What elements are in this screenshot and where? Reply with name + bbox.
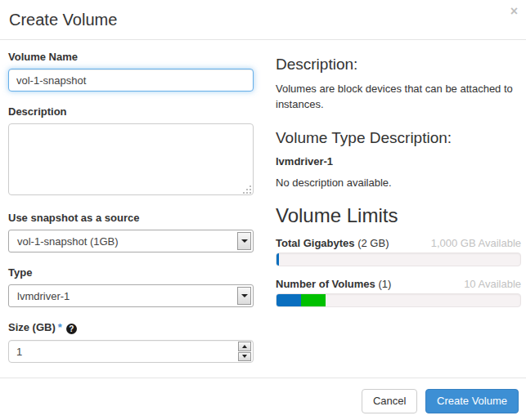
quota-detail: (1) [375, 278, 392, 290]
spinner-down-icon[interactable] [238, 352, 251, 362]
number-of-volumes-available: 10 Available [464, 278, 521, 290]
number-of-volumes-progress-bar [276, 293, 521, 307]
volume-name-label: Volume Name [8, 51, 254, 63]
quota-name: Total Gigabytes [276, 237, 355, 249]
total-gigabytes-available: 1,000 GB Available [431, 237, 521, 249]
type-selected-value: lvmdriver-1 [9, 290, 237, 302]
help-icon[interactable]: ? [66, 324, 77, 334]
progress-bar-segment [276, 294, 301, 306]
description-label: Description [8, 105, 254, 118]
total-gigabytes-row: Total Gigabytes (2 GB) 1,000 GB Availabl… [276, 237, 521, 249]
size-input[interactable] [8, 340, 254, 363]
type-select[interactable]: lvmdriver-1 [8, 284, 254, 307]
form-column: Volume Name Description Use snapshot as … [8, 51, 254, 377]
snapshot-source-label: Use snapshot as a source [8, 212, 254, 224]
dropdown-arrow-icon[interactable] [237, 232, 251, 250]
modal-header: Create Volume × [0, 0, 526, 40]
resize-grip-icon[interactable] [243, 185, 251, 194]
progress-bar-segment [301, 294, 326, 306]
number-of-volumes-row: Number of Volumes (1) 10 Available [276, 278, 521, 290]
close-icon[interactable]: × [510, 5, 518, 18]
description-text: Volumes are block devices that can be at… [276, 82, 521, 113]
size-label-text: Size (GB) [8, 321, 56, 333]
description-textarea[interactable] [8, 123, 254, 195]
type-group: Type lvmdriver-1 [8, 266, 254, 307]
size-group: Size (GB)*? [8, 321, 254, 363]
required-asterisk: * [58, 321, 62, 333]
description-group: Description [8, 105, 254, 198]
snapshot-source-group: Use snapshot as a source vol-1-snapshot … [8, 212, 254, 252]
volume-limits-heading: Volume Limits [276, 204, 521, 227]
volume-type-description-text: No description available. [276, 176, 521, 191]
progress-bar-segment [276, 253, 279, 266]
create-volume-modal: Create Volume × Volume Name Description … [0, 0, 526, 420]
volume-type-name: lvmdriver-1 [276, 155, 521, 168]
type-label: Type [8, 266, 254, 279]
spinner-up-icon[interactable] [238, 342, 251, 351]
description-heading: Description: [276, 56, 521, 74]
cancel-button[interactable]: Cancel [362, 389, 417, 413]
quota-detail: (2 GB) [355, 237, 389, 249]
info-column: Description: Volumes are block devices t… [276, 51, 521, 377]
modal-footer: Cancel Create Volume [0, 378, 526, 420]
volume-type-description-heading: Volume Type Description: [276, 129, 521, 147]
snapshot-source-select[interactable]: vol-1-snapshot (1GB) [8, 230, 254, 252]
volume-name-group: Volume Name [8, 51, 254, 92]
dropdown-arrow-icon[interactable] [237, 287, 251, 305]
size-label: Size (GB)*? [8, 321, 254, 334]
create-volume-button[interactable]: Create Volume [425, 389, 519, 413]
total-gigabytes-label: Total Gigabytes (2 GB) [276, 237, 389, 249]
volume-name-input[interactable] [8, 69, 254, 92]
total-gigabytes-progress-bar [276, 252, 521, 266]
number-of-volumes-label: Number of Volumes (1) [276, 278, 391, 290]
snapshot-source-selected-value: vol-1-snapshot (1GB) [9, 235, 237, 248]
number-spinner [238, 342, 251, 361]
quota-name: Number of Volumes [276, 278, 375, 290]
modal-title: Create Volume [9, 11, 117, 29]
modal-body: Volume Name Description Use snapshot as … [0, 40, 526, 377]
